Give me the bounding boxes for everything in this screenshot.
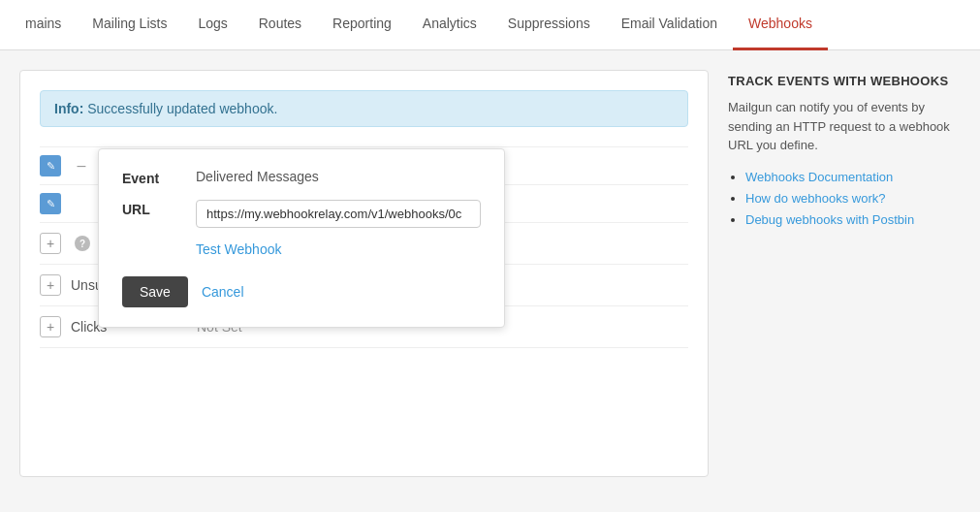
nav-item-suppressions[interactable]: Suppressions bbox=[492, 0, 606, 50]
popup-event-row: Event Delivered Messages bbox=[122, 169, 481, 186]
sidebar-links: Webhooks Documentation How do webhooks w… bbox=[728, 169, 961, 227]
main-content: Info: Successfully updated webhook. Even… bbox=[19, 70, 709, 477]
nav-bar: mains Mailing Lists Logs Routes Reportin… bbox=[0, 0, 980, 50]
nav-item-mains[interactable]: mains bbox=[10, 0, 77, 50]
popup-event-value: Delivered Messages bbox=[196, 169, 319, 184]
nav-item-mailing-lists[interactable]: Mailing Lists bbox=[77, 0, 182, 50]
plus-icon-unsubscribes[interactable]: + bbox=[40, 274, 61, 296]
help-icon-3[interactable]: ? bbox=[75, 236, 90, 251]
nav-item-logs[interactable]: Logs bbox=[182, 0, 242, 50]
cancel-button[interactable]: Cancel bbox=[198, 276, 248, 307]
edit-webhook-popup: Event Delivered Messages URL Test Webhoo… bbox=[98, 148, 505, 328]
sidebar: TRACK EVENTS WITH WEBHOOKS Mailgun can n… bbox=[728, 70, 961, 477]
info-message: Successfully updated webhook. bbox=[87, 101, 277, 116]
plus-icon-clicks[interactable]: + bbox=[40, 316, 61, 337]
how-do-webhooks-work-link[interactable]: How do webhooks work? bbox=[745, 191, 886, 206]
nav-item-routes[interactable]: Routes bbox=[243, 0, 317, 50]
page-body: Info: Successfully updated webhook. Even… bbox=[0, 50, 980, 496]
save-button[interactable]: Save bbox=[122, 276, 188, 307]
sidebar-description: Mailgun can notify you of events by send… bbox=[728, 98, 961, 155]
edit-icon-2[interactable]: ✎ bbox=[40, 193, 61, 214]
edit-icon-1[interactable]: ✎ bbox=[40, 155, 61, 176]
popup-actions: Save Cancel bbox=[122, 276, 481, 307]
sidebar-title: TRACK EVENTS WITH WEBHOOKS bbox=[728, 74, 961, 88]
nav-item-analytics[interactable]: Analytics bbox=[407, 0, 492, 50]
test-webhook-link[interactable]: Test Webhook bbox=[196, 241, 481, 257]
popup-url-input[interactable] bbox=[196, 200, 481, 228]
nav-item-webhooks[interactable]: Webhooks bbox=[733, 0, 828, 50]
minus-icon-1[interactable]: – bbox=[71, 155, 92, 176]
debug-webhooks-postbin-link[interactable]: Debug webhooks with Postbin bbox=[745, 212, 914, 227]
webhooks-documentation-link[interactable]: Webhooks Documentation bbox=[745, 170, 893, 184]
popup-event-label: Event bbox=[122, 169, 180, 186]
sidebar-link-item-1: Webhooks Documentation bbox=[745, 169, 961, 184]
info-prefix: Info: bbox=[54, 101, 83, 116]
sidebar-link-item-3: Debug webhooks with Postbin bbox=[745, 211, 961, 227]
plus-icon-3[interactable]: + bbox=[40, 233, 61, 254]
info-banner: Info: Successfully updated webhook. bbox=[40, 90, 688, 127]
nav-item-reporting[interactable]: Reporting bbox=[317, 0, 407, 50]
nav-item-email-validation[interactable]: Email Validation bbox=[606, 0, 733, 50]
popup-url-row: URL bbox=[122, 200, 481, 228]
sidebar-link-item-2: How do webhooks work? bbox=[745, 190, 961, 206]
popup-url-label: URL bbox=[122, 200, 180, 217]
